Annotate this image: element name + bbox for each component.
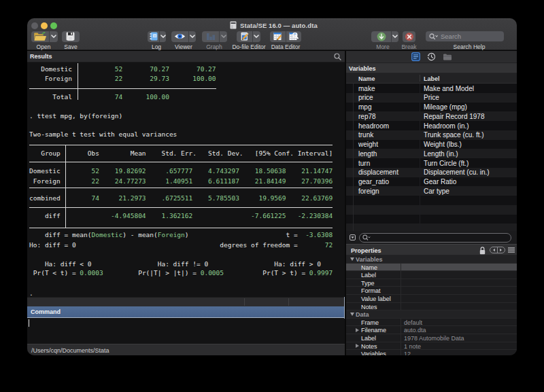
chevron-down-icon: [51, 35, 56, 38]
viewer-button[interactable]: [171, 31, 196, 42]
property-row-type[interactable]: Type: [346, 279, 517, 287]
results-search-icon[interactable]: [334, 53, 341, 60]
variable-row-mpg[interactable]: mpgMileage (mpg): [346, 103, 517, 112]
section-collapse-icon[interactable]: [350, 313, 354, 316]
lock-icon[interactable]: [479, 247, 486, 255]
chevron-down-icon: [254, 35, 259, 38]
property-row-notes[interactable]: Notes: [346, 303, 517, 311]
break-button[interactable]: [403, 31, 416, 42]
save-label: Save: [64, 43, 77, 50]
results-line: Domestic 52 19.82692 .657777 4.743297 18…: [29, 166, 333, 175]
property-row-label[interactable]: Label1978 Automobile Data: [346, 334, 517, 342]
tab-files[interactable]: [443, 52, 452, 62]
property-row-notes[interactable]: Notes1 note: [346, 342, 517, 351]
results-line: . ttest mpg, by(foreign): [29, 111, 122, 120]
variable-row-turn[interactable]: turnTurn Circle (ft.): [346, 158, 517, 168]
disclosure-triangle-icon[interactable]: [356, 328, 359, 332]
variable-row-make[interactable]: makeMake and Model: [346, 84, 517, 93]
dofile-editor-button[interactable]: [237, 31, 260, 42]
results-text: ) t =: [185, 231, 305, 238]
viewer-menu-chevron[interactable]: [188, 31, 196, 42]
variable-name: foreign: [358, 188, 379, 195]
results-value-text: Foreign: [158, 231, 185, 238]
open-button[interactable]: [31, 31, 58, 42]
save-button[interactable]: [62, 31, 80, 42]
save-icon: [62, 31, 80, 42]
properties-header: Properties: [346, 244, 517, 255]
dofile-menu-chevron[interactable]: [252, 31, 260, 42]
variables-filter-input[interactable]: [359, 233, 511, 243]
more-menu-chevron[interactable]: [391, 31, 398, 42]
variable-row-rep78[interactable]: rep78Repair Record 1978: [346, 111, 517, 121]
property-row-label[interactable]: Label: [346, 271, 517, 279]
log-menu-chevron[interactable]: [159, 31, 166, 42]
variables-column-header: Name Label: [346, 73, 517, 84]
tab-variables[interactable]: [411, 52, 421, 62]
variable-row-gear_ratio[interactable]: gear_ratioGear Ratio: [346, 177, 517, 187]
property-divider: [401, 271, 401, 279]
properties-section-data[interactable]: Data: [346, 310, 517, 319]
results-output[interactable]: Domestic 52 70.27 70.27 Foreign 22 29.73…: [27, 63, 345, 297]
results-text: Ha: diff < 0 Ha: diff != 0 Ha: diff > 0: [29, 260, 321, 268]
property-label: Value label: [361, 296, 391, 302]
more-icon: [371, 31, 392, 42]
close-button[interactable]: [31, 22, 38, 29]
search-input[interactable]: Search: [426, 31, 504, 41]
variable-row-empty: [346, 196, 517, 205]
window-header: Stata/SE 16.0 — auto.dta Open: [27, 18, 517, 50]
property-row-format[interactable]: Format: [346, 287, 517, 295]
disclosure-triangle-icon[interactable]: [356, 344, 359, 348]
properties-section-variables[interactable]: Variables: [346, 255, 517, 264]
variable-row-weight[interactable]: weightWeight (lbs.): [346, 140, 517, 149]
results-header: Results: [27, 51, 345, 63]
variable-label: Headroom (in.): [424, 122, 469, 130]
property-label: Notes: [361, 304, 377, 310]
variable-row-price[interactable]: pricePrice: [346, 93, 517, 103]
graph-button[interactable]: [202, 31, 227, 42]
column-label[interactable]: Label: [424, 75, 440, 82]
property-row-frame[interactable]: Framedefault: [346, 319, 517, 327]
property-row-value-label[interactable]: Value label: [346, 295, 517, 303]
variable-row-displacement[interactable]: displacementDisplacement (cu. in.): [346, 168, 517, 177]
variable-row-length[interactable]: lengthLength (in.): [346, 149, 517, 158]
property-divider: [401, 342, 401, 350]
column-divider[interactable]: [420, 75, 420, 82]
section-collapse-icon[interactable]: [350, 257, 354, 261]
more-button[interactable]: [371, 31, 398, 42]
variable-row-foreign[interactable]: foreignCar type: [346, 186, 517, 196]
sidebar-tabbar: [346, 51, 517, 63]
data-browse-grid-icon: [289, 32, 299, 41]
open-menu-chevron[interactable]: [49, 31, 58, 42]
column-name[interactable]: Name: [358, 75, 375, 82]
command-input[interactable]: [27, 318, 345, 344]
variable-row-trunk[interactable]: trunkTrunk space (cu. ft.): [346, 130, 517, 140]
property-row-filename[interactable]: Filenameauto.dta: [346, 326, 517, 334]
data-browse-icon[interactable]: [286, 31, 302, 42]
property-row-variables[interactable]: Variables12: [346, 350, 517, 355]
variable-label: Length (in.): [424, 150, 458, 158]
results-text: Total: [29, 93, 80, 101]
more-arrow-icon: [377, 32, 386, 41]
document-proxy-icon: [230, 21, 237, 29]
graph-bars-icon: [206, 33, 216, 41]
variables-filter-bar: [346, 231, 517, 244]
zoom-button[interactable]: [50, 22, 57, 29]
data-editor-button[interactable]: [270, 31, 302, 42]
variable-row-empty: [346, 224, 517, 231]
property-row-name[interactable]: Name: [346, 264, 517, 272]
log-button[interactable]: [148, 31, 166, 42]
prev-next-control[interactable]: [490, 247, 505, 253]
table-hrule: [29, 188, 333, 188]
minimize-button[interactable]: [41, 22, 48, 29]
tab-history[interactable]: [427, 52, 437, 62]
filter-icon[interactable]: [350, 234, 356, 240]
command-header[interactable]: Command: [27, 306, 345, 318]
results-title: Results: [30, 53, 52, 60]
variable-row-headroom[interactable]: headroomHeadroom (in.): [346, 121, 517, 130]
graph-menu-chevron[interactable]: [219, 31, 227, 42]
results-text: Pr(|T| > |t|) =: [103, 269, 201, 277]
history-clock-icon: [427, 52, 436, 61]
variable-row-empty: [346, 205, 517, 215]
property-value: auto.dta: [404, 327, 426, 334]
properties-menu-icon[interactable]: [508, 247, 515, 253]
